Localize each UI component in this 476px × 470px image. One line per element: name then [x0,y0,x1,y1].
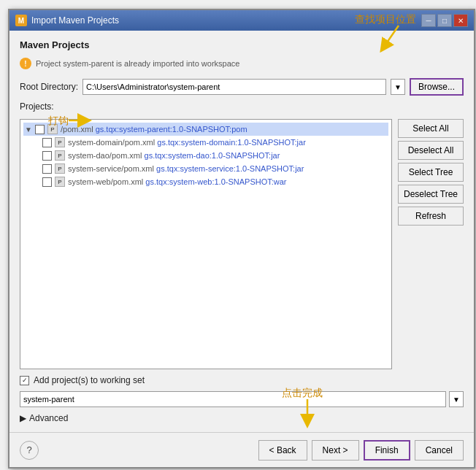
help-button[interactable]: ? [20,441,39,460]
working-set-label: Add project(s) to working set [34,375,145,385]
back-button[interactable]: < Back [258,440,307,461]
root-item-text: /pom.xml gs.tqx:system-parent:1.0-SNAPSH… [61,125,247,134]
section-title: Maven Projects [20,39,464,50]
tree-expand-icon[interactable]: ▼ [25,126,32,133]
right-buttons-panel: Select All Deselect All Select Tree Dese… [398,119,464,369]
refresh-button[interactable]: Refresh [398,207,464,226]
footer: ? < Back Next > Finish Cancel [9,432,474,467]
child-file-icon-2: P [55,150,65,161]
child-item-text-4: system-web/pom.xml gs.tqx:system-web:1.0… [68,177,287,186]
window-controls: ─ □ ✕ [421,14,468,27]
child-item-text-1: system-domain/pom.xml gs.tqx:system-doma… [68,138,306,147]
child-checkbox-1[interactable] [42,138,52,147]
child-checkbox-3[interactable] [42,164,52,174]
tree-child-item-2[interactable]: P system-dao/pom.xml gs.tqx:system-dao:1… [41,149,388,162]
app-icon: M [15,15,27,26]
working-set-input[interactable] [20,391,446,407]
child-file-icon-4: P [55,177,65,187]
working-set-checkbox[interactable] [20,376,29,385]
child-file-icon-1: P [55,137,65,147]
warning-row: ! Project system-parent is already impor… [20,58,464,69]
minimize-button[interactable]: ─ [421,14,436,27]
root-checkbox[interactable] [35,125,45,134]
dialog-content: Maven Projects ! Project system-parent i… [9,31,474,432]
finish-button[interactable]: Finish [364,440,410,461]
dir-dropdown-arrow[interactable]: ▼ [391,79,405,95]
advanced-label: Advanced [29,413,68,423]
title-bar: M Import Maven Projects ─ □ ✕ [9,10,474,31]
advanced-row[interactable]: ▶ Advanced [20,413,464,423]
tree-child-item-1[interactable]: P system-domain/pom.xml gs.tqx:system-do… [41,136,388,149]
footer-buttons: < Back Next > Finish Cancel [258,440,464,461]
working-set-dropdown[interactable]: ▼ [449,391,464,407]
deselect-all-button[interactable]: Deselect All [398,141,464,160]
select-tree-button[interactable]: Select Tree [398,163,464,182]
root-dir-input[interactable] [82,79,386,95]
root-dir-row: Root Directory: ▼ Browse... [20,78,464,96]
maximize-button[interactable]: □ [437,14,452,27]
child-checkbox-2[interactable] [42,151,52,161]
cancel-button[interactable]: Cancel [415,440,464,461]
working-set-row: ▼ [20,391,464,407]
tree-child-item-4[interactable]: P system-web/pom.xml gs.tqx:system-web:1… [41,175,388,188]
tree-child-item-3[interactable]: P system-service/pom.xml gs.tqx:system-s… [41,162,388,175]
child-item-text-3: system-service/pom.xml gs.tqx:system-ser… [68,164,304,173]
warning-icon: ! [20,58,31,69]
next-button[interactable]: Next > [312,440,359,461]
child-file-icon-3: P [55,163,65,174]
tree-root-item[interactable]: ▼ P /pom.xml gs.tqx:system-parent:1.0-SN… [23,123,388,136]
main-area: ▼ P /pom.xml gs.tqx:system-parent:1.0-SN… [20,119,464,369]
child-checkbox-4[interactable] [42,177,52,187]
root-file-icon: P [47,124,58,134]
root-dir-label: Root Directory: [20,82,78,92]
select-all-button[interactable]: Select All [398,119,464,138]
child-item-text-2: system-dao/pom.xml gs.tqx:system-dao:1.0… [68,151,280,160]
working-set-checkbox-row: Add project(s) to working set [20,375,464,385]
tree-panel[interactable]: ▼ P /pom.xml gs.tqx:system-parent:1.0-SN… [20,119,392,369]
warning-text: Project system-parent is already importe… [36,59,239,68]
browse-button[interactable]: Browse... [410,78,464,96]
window-title: Import Maven Projects [31,15,119,26]
deselect-tree-button[interactable]: Deselect Tree [398,185,464,204]
advanced-expand-icon: ▶ [20,413,26,423]
close-button[interactable]: ✕ [453,14,468,27]
projects-label: Projects: [20,101,464,112]
